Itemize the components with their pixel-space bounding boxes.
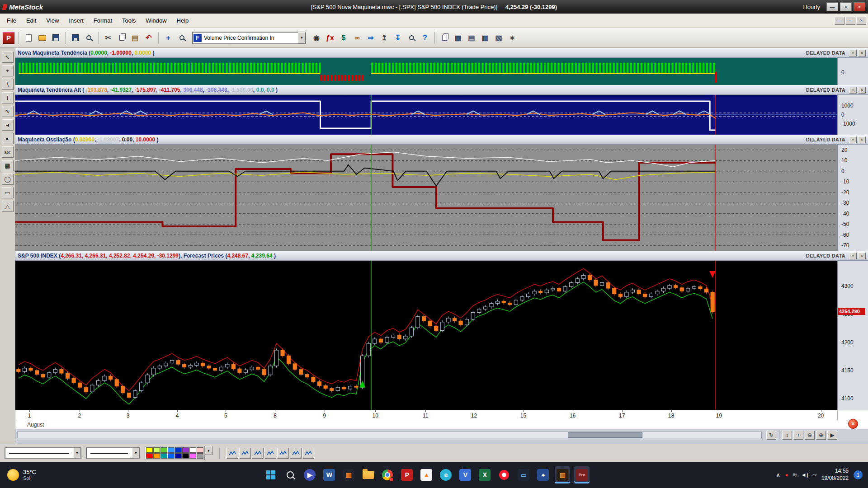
tile-horizontal-icon[interactable]: ▤ [465, 32, 478, 44]
menu-help[interactable]: Help [172, 15, 194, 26]
zoom-in-icon[interactable]: ⊕ [816, 431, 826, 440]
undo-icon[interactable]: ↶ [142, 32, 155, 44]
panel-header-tendencia-alt[interactable]: Maquineta Tendência Alt ( -193.878, -41.… [15, 85, 868, 95]
menu-edit[interactable]: Edit [21, 15, 41, 26]
excel-app[interactable]: X [477, 466, 492, 483]
maximize-button[interactable]: ▫ [840, 2, 852, 11]
paste-icon[interactable]: ▤ [129, 32, 142, 44]
zoom-tool-icon[interactable] [175, 32, 188, 44]
options-icon[interactable]: ∗ [506, 32, 519, 44]
panel-header-tendencia[interactable]: Nova Maquineta Tendência (0.0000, -1.000… [15, 48, 868, 58]
text-cursor-tool[interactable]: I [2, 92, 14, 103]
grid-tool[interactable]: ▦ [2, 160, 14, 171]
cards-app[interactable]: ♠ [535, 466, 551, 483]
panel-close-button[interactable]: × [858, 50, 866, 56]
text-note-tool[interactable]: abc [2, 146, 14, 158]
menu-window[interactable]: Window [141, 15, 171, 26]
tendencia-alt-plot[interactable] [15, 95, 837, 135]
color-swatch[interactable] [146, 453, 153, 459]
cascade-windows-icon[interactable] [438, 32, 451, 44]
notification-badge[interactable]: 1 [854, 470, 863, 479]
dropdown-arrow-icon[interactable]: ▼ [73, 448, 81, 458]
document-minimize-button[interactable]: — [835, 17, 844, 25]
clock[interactable]: 14:55 19/08/2022 [821, 468, 849, 482]
scroll-left-arrow[interactable]: ◂ [2, 119, 14, 131]
upload-icon[interactable]: ↥ [378, 32, 391, 44]
document-restore-button[interactable]: ▫ [845, 17, 855, 25]
close-button[interactable]: × [854, 2, 865, 11]
panel-restore-button[interactable]: ▫ [849, 50, 857, 56]
copy-icon[interactable] [115, 32, 128, 44]
rectangle-tool[interactable]: ▭ [2, 187, 14, 198]
download-icon[interactable]: ↧ [392, 32, 404, 44]
step-forward-icon[interactable]: ▶ [827, 431, 837, 440]
line-weight-dropdown[interactable]: ▼ [86, 447, 140, 459]
pointer-tool[interactable]: ↖ [2, 52, 14, 63]
line-study-2-button[interactable] [239, 448, 251, 459]
help-pointer-icon[interactable]: ? [419, 32, 431, 44]
minimize-button[interactable]: — [826, 2, 838, 11]
pdf-app[interactable]: P [399, 466, 415, 483]
dollar-icon[interactable]: $ [337, 32, 350, 44]
search-button[interactable] [283, 466, 298, 483]
color-swatch[interactable] [168, 447, 175, 453]
print-icon[interactable] [69, 32, 81, 44]
line-style-dropdown[interactable]: ▼ [5, 447, 81, 459]
trendline-tool[interactable]: ∖ [2, 79, 14, 90]
color-swatch[interactable] [160, 447, 167, 453]
line-study-7-button[interactable] [302, 448, 314, 459]
monitor-app[interactable]: ▭ [516, 466, 531, 483]
panel-close-button[interactable]: × [858, 136, 866, 143]
tendencia-plot[interactable] [15, 58, 837, 85]
menu-format[interactable]: Format [89, 15, 117, 26]
status-error-icon[interactable]: × [848, 419, 858, 429]
forecaster-icon[interactable]: ⇒ [364, 32, 377, 44]
panel-header-oscilacao[interactable]: Maquineta Oscilação (0.00000, -1.93007, … [15, 135, 868, 145]
word-app[interactable]: W [321, 466, 337, 483]
scroll-right-arrow[interactable]: ▸ [2, 133, 14, 144]
horizontal-scrollbar[interactable] [17, 432, 762, 438]
indicator-quicklist[interactable]: F Volume Price Confirmation In ▼ [192, 32, 306, 44]
line-study-5-button[interactable] [277, 448, 289, 459]
panel-restore-button[interactable]: ▫ [849, 87, 857, 94]
color-swatch[interactable] [168, 453, 175, 459]
vlc-app[interactable]: ▲ [419, 466, 434, 483]
tile-vertical-icon[interactable]: ▥ [479, 32, 491, 44]
color-swatch[interactable] [197, 447, 203, 453]
menu-tools[interactable]: Tools [117, 15, 141, 26]
menu-insert[interactable]: Insert [64, 15, 89, 26]
chrome-app[interactable] [380, 466, 395, 483]
panel-restore-button[interactable]: ▫ [849, 253, 857, 259]
print-preview-icon[interactable] [82, 32, 95, 44]
layout-icon[interactable]: ▧ [492, 32, 505, 44]
color-swatch[interactable] [197, 453, 203, 459]
crosshair-tool[interactable]: + [2, 65, 14, 76]
color-swatch[interactable] [175, 447, 182, 453]
delete-study-tool[interactable]: ∿ [2, 106, 14, 117]
edge-app[interactable]: e [438, 466, 453, 483]
spx-price-plot[interactable] [15, 261, 837, 410]
chart-app[interactable]: ▥ [341, 466, 356, 483]
line-study-1-button[interactable] [226, 448, 238, 459]
tile-windows-icon[interactable]: ▦ [452, 32, 464, 44]
dropdown-arrow-icon[interactable]: ▼ [132, 448, 140, 458]
line-study-6-button[interactable] [290, 448, 302, 459]
function-icon[interactable]: ƒx [324, 32, 336, 44]
pan-icon[interactable]: + [793, 431, 803, 440]
metastock-app[interactable]: ▥ [555, 466, 570, 483]
save-icon[interactable] [49, 32, 62, 44]
color-swatch[interactable] [182, 453, 189, 459]
color-swatch[interactable] [153, 447, 160, 453]
power-console-button[interactable]: P [3, 32, 14, 44]
new-chart-icon[interactable] [22, 32, 35, 44]
metastock-pro-app[interactable]: Pro [574, 466, 590, 483]
line-study-4-button[interactable] [264, 448, 276, 459]
color-swatch[interactable] [182, 447, 189, 453]
color-swatch[interactable] [189, 447, 196, 453]
document-close-button[interactable]: × [856, 17, 866, 25]
start-button[interactable] [263, 466, 278, 483]
color-swatch[interactable] [153, 453, 160, 459]
tendencia-y-axis[interactable]: 0 [837, 58, 868, 85]
touch-icon[interactable]: ▱ [812, 472, 816, 478]
explorer-binoculars-icon[interactable]: ∞ [351, 32, 363, 44]
